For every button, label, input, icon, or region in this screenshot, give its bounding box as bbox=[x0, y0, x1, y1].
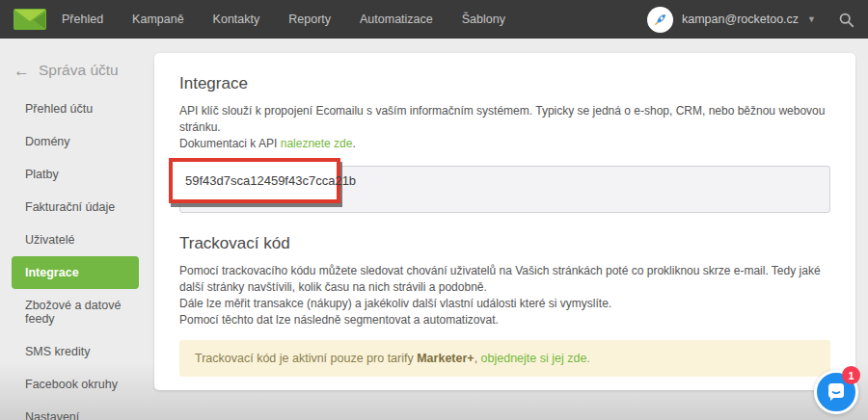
rocket-icon bbox=[651, 11, 669, 29]
main-menu: Přehled Kampaně Kontakty Reporty Automat… bbox=[62, 13, 505, 26]
nav-item-reporty[interactable]: Reporty bbox=[288, 13, 331, 26]
tracking-description-p1: Pomocí trackovacího kódu můžete sledovat… bbox=[179, 264, 821, 294]
api-description: API klíč slouží k propojení Ecomailu s v… bbox=[179, 103, 830, 152]
user-email[interactable]: kampan@rocketoo.cz bbox=[682, 13, 799, 26]
sidebar: ← Správa účtu Přehled účtu Domény Platby… bbox=[0, 39, 154, 420]
api-key-row: 59f43d7sca12459f43c7cca21b bbox=[179, 166, 830, 213]
search-icon[interactable] bbox=[838, 12, 854, 28]
back-arrow-icon: ← bbox=[14, 63, 30, 79]
nav-item-kampane[interactable]: Kampaně bbox=[132, 13, 184, 26]
user-avatar[interactable] bbox=[647, 7, 673, 33]
tracking-description: Pomocí trackovacího kódu můžete sledovat… bbox=[179, 263, 830, 328]
sidebar-item-prehled-uctu[interactable]: Přehled účtu bbox=[0, 92, 154, 125]
nav-item-sablony[interactable]: Šablony bbox=[462, 13, 505, 26]
sidebar-item-nastaveni[interactable]: Nastavení bbox=[0, 401, 154, 420]
nav-item-prehled[interactable]: Přehled bbox=[62, 13, 103, 26]
notice-prefix: Trackovací kód je aktivní pouze pro tari… bbox=[195, 352, 417, 365]
tracking-description-p3: Pomocí těchto dat lze následně segmentov… bbox=[179, 313, 499, 327]
sidebar-item-fakturacni-udaje[interactable]: Fakturační údaje bbox=[0, 191, 154, 223]
nav-item-automatizace[interactable]: Automatizace bbox=[360, 13, 433, 26]
chevron-down-icon[interactable]: ▼ bbox=[807, 14, 816, 24]
back-label: Správa účtu bbox=[39, 62, 119, 79]
sidebar-item-uzivatele[interactable]: Uživatelé bbox=[0, 223, 154, 256]
api-description-line1: API klíč slouží k propojení Ecomailu s v… bbox=[179, 104, 825, 134]
api-key-value: 59f43d7sca12459f43c7cca21b bbox=[185, 173, 356, 188]
sidebar-item-domeny[interactable]: Domény bbox=[0, 125, 154, 158]
order-tariff-link[interactable]: objednejte si jej zde. bbox=[481, 352, 590, 365]
sidebar-item-platby[interactable]: Platby bbox=[0, 158, 154, 191]
section-title-trackovaci-kod: Trackovací kód bbox=[179, 234, 830, 253]
content-card: Integrace API klíč slouží k propojení Ec… bbox=[154, 53, 855, 390]
nav-item-kontakty[interactable]: Kontakty bbox=[213, 13, 260, 26]
ecomail-logo-icon[interactable] bbox=[14, 9, 46, 30]
sidebar-item-sms-kredity[interactable]: SMS kredity bbox=[0, 335, 154, 368]
chat-notification-badge: 1 bbox=[842, 366, 860, 384]
api-description-line2-prefix: Dokumentaci k API bbox=[179, 137, 281, 150]
nav-right-cluster: kampan@rocketoo.cz ▼ bbox=[647, 7, 854, 33]
api-description-line2-suffix: . bbox=[352, 137, 355, 150]
back-link-sprava-uctu[interactable]: ← Správa účtu bbox=[0, 39, 154, 79]
tracking-tariff-notice: Trackovací kód je aktivní pouze pro tari… bbox=[179, 340, 830, 377]
top-navigation: Přehled Kampaně Kontakty Reporty Automat… bbox=[0, 0, 868, 39]
sidebar-menu: Přehled účtu Domény Platby Fakturační úd… bbox=[0, 92, 154, 420]
notice-mid: , bbox=[475, 352, 481, 365]
sidebar-item-zbozove-a-datove-feedy[interactable]: Zbožové a datové feedy bbox=[0, 289, 154, 335]
sidebar-item-integrace[interactable]: Integrace bbox=[12, 256, 139, 289]
sidebar-item-facebook-okruhy[interactable]: Facebook okruhy bbox=[0, 368, 154, 401]
section-title-integrace: Integrace bbox=[179, 74, 830, 93]
tracking-description-p2: Dále lze měřit transakce (nákupy) a jaké… bbox=[179, 297, 611, 310]
api-key-highlight-annotation: 59f43d7sca12459f43c7cca21b bbox=[169, 158, 340, 203]
notice-tariff-name: Marketer+ bbox=[417, 352, 474, 365]
chat-bubble-icon bbox=[825, 381, 848, 404]
api-docs-link[interactable]: naleznete zde bbox=[281, 137, 353, 150]
chat-widget-button[interactable]: 1 bbox=[814, 370, 858, 414]
